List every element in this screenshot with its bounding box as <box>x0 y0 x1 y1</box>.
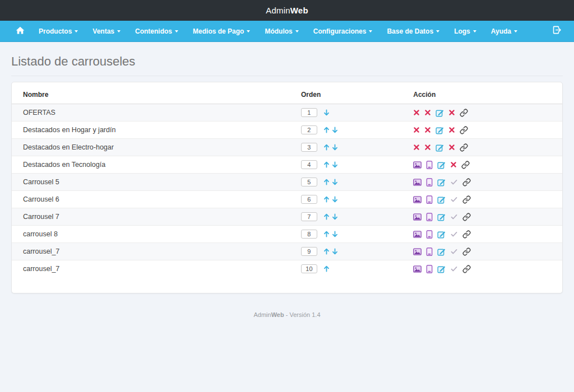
mobile-icon[interactable] <box>426 265 433 273</box>
check-icon[interactable] <box>450 213 458 221</box>
delete-icon[interactable] <box>424 109 431 116</box>
mobile-icon[interactable] <box>426 248 433 256</box>
delete-icon[interactable] <box>448 109 455 116</box>
move-down-icon[interactable] <box>331 178 339 186</box>
move-up-icon[interactable] <box>323 264 330 273</box>
app-header: AdminWeb <box>0 0 574 21</box>
delete-icon[interactable] <box>424 127 431 133</box>
check-icon[interactable] <box>450 195 458 203</box>
edit-icon[interactable] <box>437 230 446 239</box>
order-input[interactable]: 10 <box>301 264 317 273</box>
edit-icon[interactable] <box>437 213 446 221</box>
delete-icon[interactable] <box>413 109 420 116</box>
order-input[interactable]: 7 <box>301 212 317 221</box>
order-input[interactable]: 6 <box>301 195 317 204</box>
edit-icon[interactable] <box>437 265 446 273</box>
delete-icon[interactable] <box>448 127 455 133</box>
move-up-icon[interactable] <box>323 195 330 204</box>
order-input[interactable]: 8 <box>301 230 317 239</box>
edit-icon[interactable] <box>436 109 444 117</box>
row-order-cell: 10 <box>290 260 402 278</box>
table-row: carrousel_7 9 <box>12 243 562 260</box>
move-down-icon[interactable] <box>331 125 339 134</box>
image-icon[interactable] <box>413 248 422 256</box>
image-icon[interactable] <box>413 161 422 169</box>
mobile-icon[interactable] <box>426 213 433 221</box>
nav-menu-item-contenidos[interactable]: Contenidos <box>128 21 186 41</box>
nav-item-label: Base de Datos <box>387 27 433 35</box>
order-input[interactable]: 9 <box>301 247 317 256</box>
link-icon[interactable] <box>462 178 471 186</box>
move-down-icon[interactable] <box>331 230 339 239</box>
nav-menu-item-ventas[interactable]: Ventas <box>85 21 128 41</box>
mobile-icon[interactable] <box>426 230 433 239</box>
link-icon[interactable] <box>462 230 471 239</box>
image-icon[interactable] <box>413 213 422 221</box>
delete-icon[interactable] <box>448 144 455 151</box>
link-icon[interactable] <box>462 248 471 256</box>
nav-menu-item-logs[interactable]: Logs <box>447 21 484 41</box>
link-icon[interactable] <box>462 213 471 221</box>
edit-icon[interactable] <box>437 195 446 204</box>
mobile-icon[interactable] <box>426 161 433 169</box>
move-down-icon[interactable] <box>331 160 339 169</box>
edit-icon[interactable] <box>437 161 446 169</box>
table-row: Destacados en Tecnología 4 <box>12 156 562 174</box>
move-up-icon[interactable] <box>323 230 330 239</box>
order-input[interactable]: 3 <box>301 143 317 152</box>
nav-menu-item-base-de-datos[interactable]: Base de Datos <box>379 21 447 41</box>
move-down-icon[interactable] <box>331 247 339 256</box>
mobile-icon[interactable] <box>426 178 433 186</box>
logout-button[interactable] <box>548 25 566 37</box>
nav-menu-item-medios-de-pago[interactable]: Medios de Pago <box>186 21 257 41</box>
column-header-accion: Acción <box>402 83 562 104</box>
check-icon[interactable] <box>450 230 458 238</box>
move-down-icon[interactable] <box>331 143 339 152</box>
edit-icon[interactable] <box>437 178 446 186</box>
nav-menu-item-módulos[interactable]: Módulos <box>257 21 305 41</box>
image-icon[interactable] <box>413 178 422 186</box>
edit-icon[interactable] <box>436 126 444 134</box>
move-up-icon[interactable] <box>323 212 330 221</box>
check-icon[interactable] <box>450 265 458 273</box>
edit-icon[interactable] <box>437 248 446 256</box>
move-down-icon[interactable] <box>323 108 330 117</box>
move-up-icon[interactable] <box>323 247 330 256</box>
move-up-icon[interactable] <box>323 160 330 169</box>
table-row: Destacados en Electro-hogar 3 <box>12 139 562 156</box>
move-down-icon[interactable] <box>331 212 339 221</box>
order-arrows <box>323 108 331 117</box>
nav-menu-item-productos[interactable]: Productos <box>31 21 85 41</box>
nav-menu-item-configuraciones[interactable]: Configuraciones <box>306 21 380 41</box>
image-icon[interactable] <box>413 230 422 239</box>
delete-icon[interactable] <box>450 161 457 168</box>
order-input[interactable]: 2 <box>301 125 317 134</box>
home-button[interactable] <box>8 26 31 36</box>
image-icon[interactable] <box>413 195 422 204</box>
edit-icon[interactable] <box>436 143 444 152</box>
delete-icon[interactable] <box>413 127 420 133</box>
delete-icon[interactable] <box>413 144 420 151</box>
delete-icon[interactable] <box>424 144 431 151</box>
move-up-icon[interactable] <box>323 143 330 152</box>
link-icon[interactable] <box>462 195 471 204</box>
link-icon[interactable] <box>460 109 468 117</box>
mobile-icon[interactable] <box>426 195 433 204</box>
link-icon[interactable] <box>461 161 470 169</box>
check-icon[interactable] <box>450 248 458 255</box>
order-input[interactable]: 5 <box>301 178 317 186</box>
row-name: Carrousel 5 <box>12 174 290 191</box>
move-up-icon[interactable] <box>323 125 330 134</box>
nav-menu-item-ayuda[interactable]: Ayuda <box>484 21 525 41</box>
nav-item-label: Medios de Pago <box>193 27 244 35</box>
move-up-icon[interactable] <box>323 178 330 186</box>
order-input[interactable]: 1 <box>301 108 317 117</box>
link-icon[interactable] <box>460 143 468 152</box>
link-icon[interactable] <box>462 265 471 273</box>
row-actions <box>402 174 562 191</box>
image-icon[interactable] <box>413 265 422 273</box>
move-down-icon[interactable] <box>331 195 339 204</box>
check-icon[interactable] <box>450 178 458 186</box>
order-input[interactable]: 4 <box>301 160 317 169</box>
link-icon[interactable] <box>460 126 468 134</box>
